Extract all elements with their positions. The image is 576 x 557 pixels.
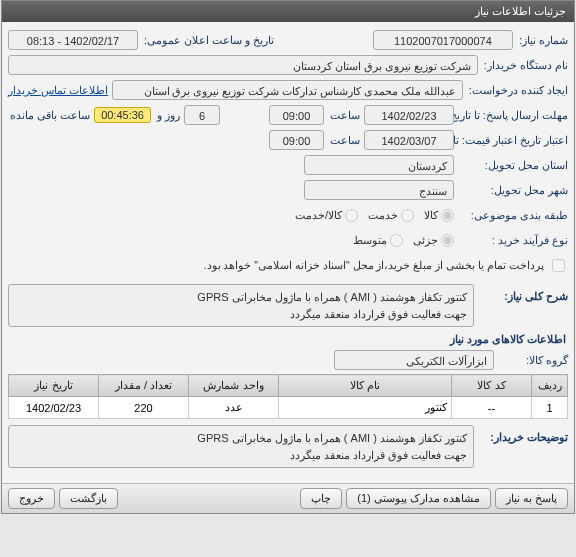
- row-process-type: نوع فرآیند خرید : جزئی متوسط: [8, 229, 568, 251]
- row-need-desc: شرح کلی نیاز: کنتور تکفاز هوشمند ( AMI )…: [8, 284, 568, 327]
- countdown-timer: 00:45:36: [94, 107, 151, 123]
- label-time-remaining: ساعت باقی مانده: [8, 109, 90, 122]
- row-requester: ایجاد کننده درخواست: عبدالله ملک محمدی ک…: [8, 79, 568, 101]
- field-province: کردستان: [304, 155, 454, 175]
- label-hour-2: ساعت: [328, 134, 360, 147]
- row-city: شهر محل تحویل: سنندج: [8, 179, 568, 201]
- row-province: استان محل تحویل: کردستان: [8, 154, 568, 176]
- row-buyer-org: نام دستگاه خریدار: شرکت توزیع نیروی برق …: [8, 54, 568, 76]
- field-days: 6: [184, 105, 220, 125]
- requirement-details-window: جزئیات اطلاعات نیاز شماره نیاز: 11020070…: [1, 0, 575, 514]
- row-buyer-remarks: توضیحات خریدار: کنتور تکفاز هوشمند ( AMI…: [8, 425, 568, 468]
- field-validity-time: 09:00: [269, 130, 324, 150]
- label-price-validity: اعتبار تاریخ اعتبار قیمت: تا تاریخ:: [458, 134, 568, 147]
- field-response-date: 1402/02/23: [364, 105, 454, 125]
- field-buyer-org: شرکت توزیع نیروی برق استان کردستان: [8, 55, 478, 75]
- radio-goods[interactable]: کالا: [424, 209, 454, 222]
- goods-info-title: اطلاعات کالاهای مورد نیاز: [10, 333, 566, 346]
- label-buyer-remarks: توضیحات خریدار:: [478, 425, 568, 444]
- window-title: جزئیات اطلاعات نیاز: [475, 5, 566, 17]
- label-category: طبقه بندی موضوعی:: [458, 209, 568, 222]
- attachments-button[interactable]: مشاهده مدارک پیوستی (1): [346, 488, 491, 509]
- content-area: شماره نیاز: 1102007017000074 تاریخ و ساع…: [2, 22, 574, 477]
- th-unit: واحد شمارش: [189, 375, 279, 397]
- checkbox-treasury-payment[interactable]: [552, 259, 565, 272]
- label-buyer-org: نام دستگاه خریدار:: [482, 59, 568, 72]
- field-announce-datetime: 1402/02/17 - 08:13: [8, 30, 138, 50]
- row-price-validity: اعتبار تاریخ اعتبار قیمت: تا تاریخ: 1402…: [8, 129, 568, 151]
- label-requester: ایجاد کننده درخواست:: [467, 84, 568, 97]
- field-buyer-remarks: کنتور تکفاز هوشمند ( AMI ) همراه با ماژو…: [8, 425, 474, 468]
- row-category: طبقه بندی موضوعی: کالا خدمت کالا/خدمت: [8, 204, 568, 226]
- label-hour-1: ساعت: [328, 109, 360, 122]
- field-goods-group: ابزارآلات الکتریکی: [334, 350, 494, 370]
- exit-button[interactable]: خروج: [8, 488, 55, 509]
- label-response-deadline: مهلت ارسال پاسخ: تا تاریخ:: [458, 109, 568, 122]
- th-code: کد کالا: [452, 375, 532, 397]
- label-need-desc: شرح کلی نیاز:: [478, 284, 568, 303]
- row-response-deadline: مهلت ارسال پاسخ: تا تاریخ: 1402/02/23 سا…: [8, 104, 568, 126]
- category-radio-group: کالا خدمت کالا/خدمت: [295, 209, 454, 222]
- label-city: شهر محل تحویل:: [458, 184, 568, 197]
- window-titlebar: جزئیات اطلاعات نیاز: [2, 1, 574, 22]
- label-announce-datetime: تاریخ و ساعت اعلان عمومی:: [142, 34, 274, 47]
- th-row: ردیف: [532, 375, 568, 397]
- field-need-desc: کنتور تکفاز هوشمند ( AMI ) همراه با ماژو…: [8, 284, 474, 327]
- th-qty: تعداد / مقدار: [99, 375, 189, 397]
- field-response-time: 09:00: [269, 105, 324, 125]
- radio-goods-service[interactable]: کالا/خدمت: [295, 209, 358, 222]
- goods-table: ردیف کد کالا نام کالا واحد شمارش تعداد /…: [8, 374, 568, 419]
- row-payment-note: پرداخت تمام یا بخشی از مبلغ خرید،از محل …: [8, 254, 568, 276]
- label-province: استان محل تحویل:: [458, 159, 568, 172]
- field-requester: عبدالله ملک محمدی کارشناس تدارکات شرکت ت…: [112, 80, 463, 100]
- label-need-no: شماره نیاز:: [517, 34, 568, 47]
- label-process-type: نوع فرآیند خرید :: [458, 234, 568, 247]
- print-button[interactable]: چاپ: [300, 488, 342, 509]
- row-need-no: شماره نیاز: 1102007017000074 تاریخ و ساع…: [8, 29, 568, 51]
- back-button[interactable]: بازگشت: [59, 488, 118, 509]
- th-date: تاریخ نیاز: [9, 375, 99, 397]
- label-days-and: روز و: [155, 109, 180, 122]
- th-name: نام کالا: [279, 375, 452, 397]
- field-validity-date: 1402/03/07: [364, 130, 454, 150]
- process-radio-group: جزئی متوسط: [353, 234, 454, 247]
- radio-medium[interactable]: متوسط: [353, 234, 403, 247]
- label-goods-group: گروه کالا:: [498, 354, 568, 367]
- field-need-no: 1102007017000074: [373, 30, 513, 50]
- table-row: 1 -- کنتور عدد 220 1402/02/23: [9, 397, 568, 419]
- contact-info-link[interactable]: اطلاعات تماس خریدار: [8, 84, 108, 97]
- button-bar: پاسخ به نیاز مشاهده مدارک پیوستی (1) چاپ…: [2, 483, 574, 513]
- payment-note-text: پرداخت تمام یا بخشی از مبلغ خرید،از محل …: [204, 259, 544, 271]
- radio-partial[interactable]: جزئی: [413, 234, 454, 247]
- radio-service[interactable]: خدمت: [368, 209, 414, 222]
- respond-button[interactable]: پاسخ به نیاز: [495, 488, 568, 509]
- row-goods-group: گروه کالا: ابزارآلات الکتریکی: [8, 349, 568, 371]
- field-city: سنندج: [304, 180, 454, 200]
